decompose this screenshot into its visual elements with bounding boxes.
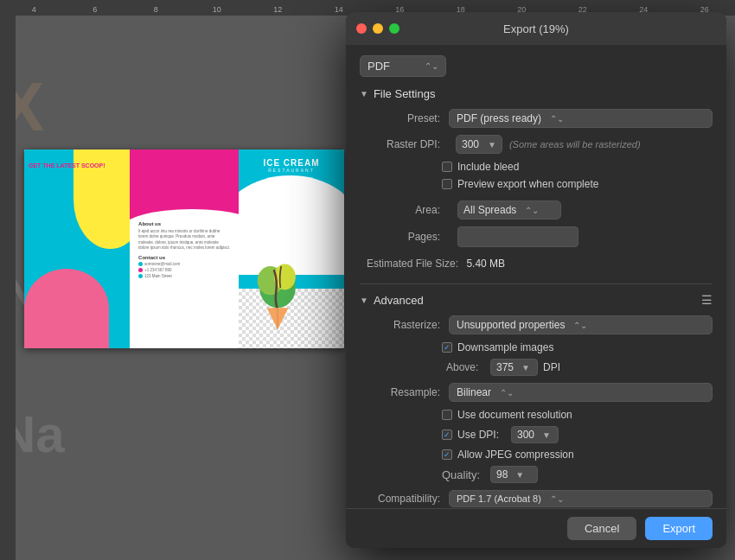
use-dpi-checkbox[interactable] [442,430,452,440]
file-settings-chevron-icon: ▼ [360,89,368,99]
bg-text-na-2: Na [16,404,65,464]
compat-select[interactable]: PDF 1.7 (Acrobat 8) ⌃⌄ [449,490,713,507]
compat-row: Compatibility: PDF 1.7 (Acrobat 8) ⌃⌄ [360,490,713,507]
raster-dpi-row: Raster DPI: 300 ▼ (Some areas will be ra… [360,135,713,154]
use-doc-res-row: Use document resolution [360,409,713,421]
quality-arrow: ▼ [515,470,524,480]
brochure-panel-mid: About us It ejed accor intu rea minstris… [130,150,239,348]
quality-select[interactable]: 98 ▼ [490,466,538,483]
rasterize-row: Rasterize: Unsupported properties ⌃⌄ [360,315,713,334]
allow-jpeg-row: Allow JPEG compression [360,449,713,461]
format-select-arrow: ⌃⌄ [425,61,438,71]
include-bleed-checkbox[interactable] [442,162,452,172]
file-settings-section: ▼ File Settings Preset: PDF (press ready… [360,87,713,270]
resample-row: Resample: Bilinear ⌃⌄ [360,383,713,402]
rasterize-arrow: ⌃⌄ [573,321,587,330]
ruler-left [0,16,16,560]
brochure-panel-left: GET THE LATEST SCOOP! [24,150,130,348]
preset-select-arrow: ⌃⌄ [550,114,564,124]
modal-body[interactable]: PDF ⌃⌄ ▼ File Settings Preset: PDF (pres… [346,45,726,508]
filesize-row: Estimated File Size: 5.40 MB [360,258,713,270]
use-dpi-select[interactable]: 300 ▼ [511,426,559,443]
section-divider [360,283,713,284]
quality-row: Quality: 98 ▼ [360,466,713,483]
above-dpi-arrow: ▼ [521,363,530,372]
brochure-panel-right: ICE CREAM RESTAURANT [239,150,344,348]
preset-row: Preset: PDF (press ready) ⌃⌄ [360,109,713,128]
include-bleed-row: Include bleed [360,161,713,173]
modal-footer: Cancel Export [346,508,726,548]
downsample-checkbox[interactable] [442,342,452,353]
export-button[interactable]: Export [645,517,713,540]
use-dpi-row: Use DPI: 300 ▼ [360,426,713,443]
rasterize-select[interactable]: Unsupported properties ⌃⌄ [449,315,713,334]
cancel-button[interactable]: Cancel [567,517,636,540]
titlebar-buttons [356,23,399,34]
advanced-menu-icon[interactable]: ☰ [701,293,713,307]
titlebar: Export (19%) [346,12,726,45]
use-dpi-select-arrow: ▼ [542,430,551,440]
format-select[interactable]: PDF ⌃⌄ [360,55,446,77]
allow-jpeg-checkbox[interactable] [442,449,452,460]
bg-text-x: X [16,67,44,147]
raster-dpi-select[interactable]: 300 ▼ [456,135,502,154]
pages-input[interactable] [457,226,578,247]
advanced-header: ▼ Advanced ☰ [360,293,713,307]
area-select[interactable]: All Spreads ⌃⌄ [457,200,561,220]
advanced-chevron-icon: ▼ [360,296,368,305]
preview-export-checkbox[interactable] [442,179,452,189]
above-dpi-select[interactable]: 375 ▼ [490,359,538,376]
advanced-section: ▼ Advanced ☰ Rasterize: Unsupported prop… [360,293,713,507]
minimize-button[interactable] [373,23,383,34]
format-selector-row: PDF ⌃⌄ [360,55,713,77]
pages-row: Pages: [360,226,713,247]
raster-dpi-arrow: ▼ [488,140,496,150]
file-settings-header: ▼ File Settings [360,87,713,100]
downsample-row: Downsample images [360,341,713,353]
canvas-area: X Na Na GET THE LATEST SCOOP! [16,16,353,517]
resample-arrow: ⌃⌄ [500,388,514,398]
resample-select[interactable]: Bilinear ⌃⌄ [449,383,713,402]
maximize-button[interactable] [389,23,399,34]
dialog-title: Export (19%) [503,22,569,35]
use-doc-res-checkbox[interactable] [442,410,452,420]
brochure-preview: GET THE LATEST SCOOP! [24,150,344,348]
preview-export-row: Preview export when complete [360,178,713,190]
preset-select[interactable]: PDF (press ready) ⌃⌄ [449,109,713,128]
close-button[interactable] [356,23,367,34]
above-dpi-row: Above: 375 ▼ DPI [360,359,713,376]
area-select-arrow: ⌃⌄ [525,206,539,215]
area-row: Area: All Spreads ⌃⌄ [360,200,713,220]
compat-arrow: ⌃⌄ [550,494,564,504]
export-dialog: Export (19%) PDF ⌃⌄ ▼ File Settings Pres… [346,12,726,548]
